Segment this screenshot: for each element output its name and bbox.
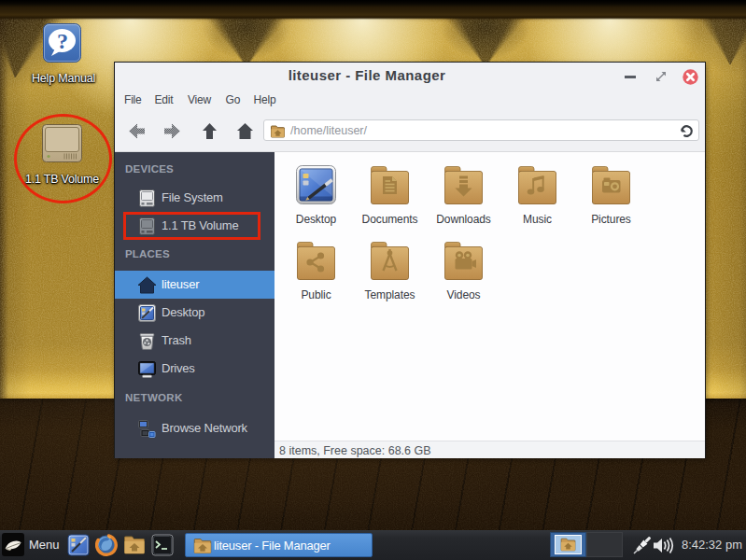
svg-text:?: ? [57, 29, 68, 53]
